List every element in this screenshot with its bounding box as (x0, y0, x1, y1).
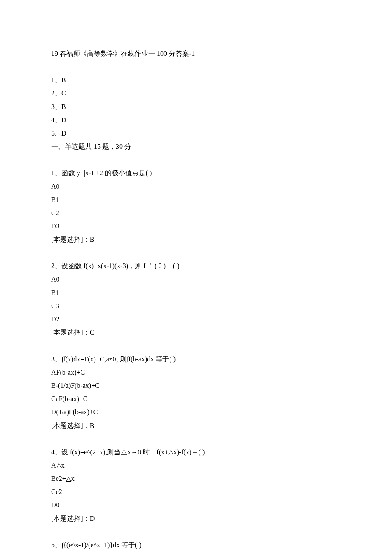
answer-key-item: 1、B (51, 73, 341, 87)
question-option: D2 (51, 312, 341, 326)
question-option: D3 (51, 220, 341, 233)
question-option: D(1/a)F(b-ax)+C (51, 405, 341, 419)
answer-key-item: 3、B (51, 100, 341, 113)
question-option: CaF(b-ax)+C (51, 392, 341, 405)
document-title: 19 春福师《高等数学》在线作业一 100 分答案-1 (51, 47, 341, 60)
question-answer: [本题选择]：B (51, 419, 341, 432)
question-block: 3、∫f(x)dx=F(x)+C,a≠0, 则∫f(b-ax)dx 等于( ) … (51, 353, 341, 432)
question-option: B1 (51, 286, 341, 299)
question-answer: [本题选择]：B (51, 233, 341, 246)
question-block: 1、函数 y=|x-1|+2 的极小值点是( ) A0 B1 C2 D3 [本题… (51, 166, 341, 246)
question-answer: [本题选择]：D (51, 512, 341, 525)
question-answer: [本题选择]：C (51, 326, 341, 339)
question-option: D0 (51, 498, 341, 512)
question-option: Be2+△x (51, 472, 341, 485)
question-prompt: 3、∫f(x)dx=F(x)+C,a≠0, 则∫f(b-ax)dx 等于( ) (51, 353, 341, 366)
question-option: B1 (51, 193, 341, 206)
question-option: B-(1/a)F(b-ax)+C (51, 379, 341, 392)
question-block: 5、∫{(e^x-1)/(e^x+1)}dx 等于( ) A(e^x-1)/(e… (51, 538, 341, 555)
question-option: A0 (51, 180, 341, 193)
question-option: A(e^x-1)/(e^x+1)+C (51, 552, 341, 555)
question-option: C3 (51, 299, 341, 312)
question-option: C2 (51, 206, 341, 220)
section-header: 一、单选题共 15 题，30 分 (51, 140, 341, 153)
question-option: AF(b-ax)+C (51, 366, 341, 379)
question-option: A0 (51, 273, 341, 286)
question-prompt: 2、设函数 f(x)=x(x-1)(x-3)，则 f ＇( 0 ) = ( ) (51, 259, 341, 272)
question-block: 2、设函数 f(x)=x(x-1)(x-3)，则 f ＇( 0 ) = ( ) … (51, 259, 341, 339)
question-block: 4、设 f(x)=e^(2+x),则当△x→0 时，f(x+△x)-f(x)→(… (51, 445, 341, 525)
answer-key-item: 5、D (51, 127, 341, 140)
question-option: A△x (51, 459, 341, 472)
question-prompt: 4、设 f(x)=e^(2+x),则当△x→0 时，f(x+△x)-f(x)→(… (51, 445, 341, 459)
answer-key-block: 1、B 2、C 3、B 4、D 5、D (51, 73, 341, 140)
question-prompt: 1、函数 y=|x-1|+2 的极小值点是( ) (51, 166, 341, 179)
question-prompt: 5、∫{(e^x-1)/(e^x+1)}dx 等于( ) (51, 538, 341, 552)
question-option: Ce2 (51, 485, 341, 498)
answer-key-item: 2、C (51, 87, 341, 100)
answer-key-item: 4、D (51, 113, 341, 127)
